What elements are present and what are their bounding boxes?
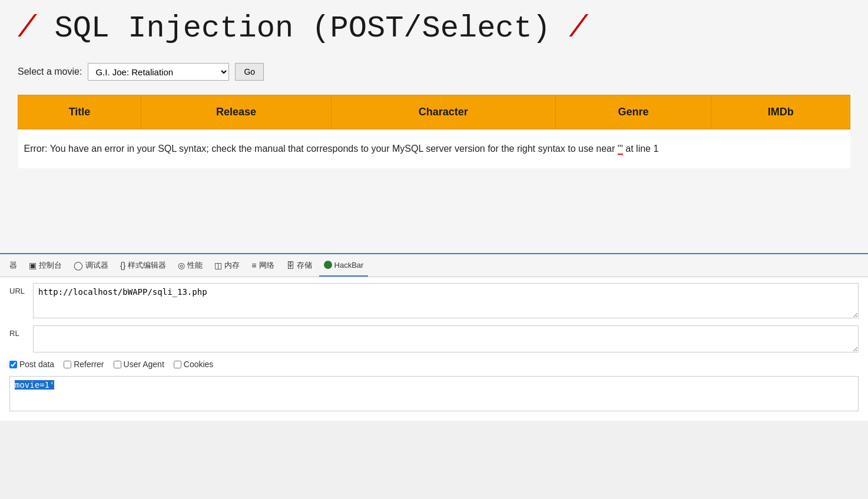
- performance-icon: ◎: [178, 261, 185, 270]
- toolbar-item-storage[interactable]: 🗄 存储: [281, 254, 317, 277]
- toolbar-performance-label: 性能: [187, 260, 203, 271]
- referrer-label: Referrer: [74, 360, 104, 369]
- toolbar-item-style[interactable]: {} 样式编辑器: [115, 254, 171, 277]
- toolbar-item-debugger[interactable]: ◯ 调试器: [69, 254, 113, 277]
- cookies-label: Cookies: [184, 360, 214, 369]
- main-content: / SQL Injection (POST/Select) / Select a…: [0, 0, 868, 253]
- toolbar-item-truncated[interactable]: 器: [5, 254, 22, 277]
- error-text: Error: You have an error in your SQL syn…: [24, 141, 844, 157]
- storage-icon: 🗄: [286, 261, 294, 270]
- page-title: / SQL Injection (POST/Select) /: [18, 12, 850, 45]
- cookies-checkbox[interactable]: [174, 361, 181, 368]
- post-data-checkbox-item: Post data: [9, 360, 54, 369]
- col-release: Release: [141, 95, 332, 129]
- cookies-checkbox-item: Cookies: [174, 360, 214, 369]
- hackbar-checkboxes: Post data Referrer User Agent Cookies: [9, 360, 859, 369]
- col-character: Character: [331, 95, 555, 129]
- slash-close: /: [569, 11, 587, 46]
- toolbar-item-network[interactable]: ≡ 网络: [247, 254, 279, 277]
- toolbar-debugger-label: 调试器: [85, 260, 108, 271]
- error-row: Error: You have an error in your SQL syn…: [18, 129, 850, 168]
- post-data-row: movie=1': [9, 376, 859, 411]
- col-imdb: IMDb: [711, 95, 850, 129]
- col-title: Title: [18, 95, 141, 129]
- toolbar-hackbar-label: HackBar: [334, 261, 364, 270]
- select-row: Select a movie: G.I. Joe: Retaliation Ir…: [18, 63, 850, 81]
- title-text: SQL Injection (POST/Select): [54, 11, 569, 46]
- post-data-label: Post data: [19, 360, 54, 369]
- referrer-checkbox[interactable]: [64, 361, 71, 368]
- post-input-wrapper: movie=1': [9, 376, 859, 411]
- results-table: Title Release Character Genre IMDb Error…: [18, 95, 850, 168]
- user-agent-label: User Agent: [124, 360, 164, 369]
- console-icon: ▣: [29, 261, 37, 270]
- post-data-selected-text: movie=1': [15, 380, 54, 390]
- toolbar-item-console[interactable]: ▣ 控制台: [24, 254, 67, 277]
- toolbar-console-label: 控制台: [39, 260, 62, 271]
- network-icon: ≡: [251, 261, 256, 270]
- style-icon: {}: [120, 261, 125, 270]
- toolbar-network-label: 网络: [259, 260, 274, 271]
- movie-select[interactable]: G.I. Joe: Retaliation Iron Man Man of St…: [88, 63, 229, 81]
- table-header-row: Title Release Character Genre IMDb: [18, 95, 850, 129]
- memory-icon: ◫: [214, 261, 222, 270]
- toolbar-item-performance[interactable]: ◎ 性能: [173, 254, 207, 277]
- hackbar-panel: URL http://localhost/bWAPP/sqli_13.php R…: [0, 277, 868, 421]
- hackbar-url-row: URL http://localhost/bWAPP/sqli_13.php: [9, 283, 859, 318]
- toolbar-item-hackbar[interactable]: HackBar: [319, 254, 369, 277]
- toolbar-truncated-label: 器: [9, 260, 17, 271]
- referrer-checkbox-item: Referrer: [64, 360, 104, 369]
- user-agent-checkbox[interactable]: [114, 361, 121, 368]
- hackbar-dot-icon: [324, 261, 332, 269]
- post-data-checkbox[interactable]: [9, 361, 17, 368]
- hackbar-url-label: URL: [9, 283, 27, 295]
- user-agent-checkbox-item: User Agent: [114, 360, 164, 369]
- go-button[interactable]: Go: [235, 63, 264, 81]
- toolbar-memory-label: 内存: [224, 260, 240, 271]
- debugger-icon: ◯: [74, 261, 83, 270]
- select-label: Select a movie:: [18, 66, 82, 77]
- hackbar-ref-row: RL: [9, 325, 859, 352]
- toolbar-style-label: 样式编辑器: [128, 260, 166, 271]
- toolbar-item-memory[interactable]: ◫ 内存: [210, 254, 244, 277]
- dev-toolbar: 器 ▣ 控制台 ◯ 调试器 {} 样式编辑器 ◎ 性能 ◫ 内存 ≡ 网络 🗄 …: [0, 253, 868, 277]
- toolbar-storage-label: 存储: [297, 260, 312, 271]
- hackbar-ref-input[interactable]: [33, 325, 859, 352]
- slash-open: /: [18, 11, 36, 46]
- error-cell: Error: You have an error in your SQL syn…: [18, 129, 850, 168]
- hackbar-ref-label: RL: [9, 325, 27, 338]
- col-genre: Genre: [555, 95, 711, 129]
- hackbar-url-input[interactable]: http://localhost/bWAPP/sqli_13.php: [33, 283, 859, 318]
- error-near: ''': [618, 144, 623, 155]
